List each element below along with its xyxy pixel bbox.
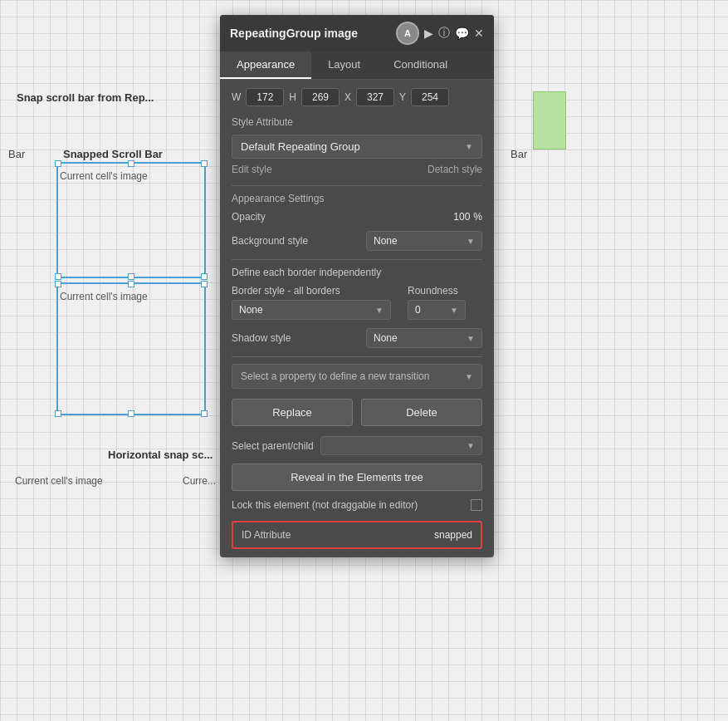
roundness-dropdown[interactable]: 0 ▼: [408, 300, 466, 320]
define-border-label: Define each border independently: [232, 267, 482, 278]
select-parent-child-row: Select parent/child ▼: [232, 436, 482, 455]
dimensions-row: W H X Y: [232, 88, 482, 106]
border-none-value: None: [239, 304, 263, 316]
id-attribute-row: ID Attribute snapped: [232, 521, 482, 549]
image-box-1-label: Current cell's image: [60, 170, 148, 182]
divider-1: [232, 185, 482, 186]
divider-2: [232, 259, 482, 260]
handle-tl[interactable]: [55, 160, 61, 167]
delete-button[interactable]: Delete: [361, 399, 482, 426]
tab-layout[interactable]: Layout: [311, 52, 377, 79]
shadow-none-value: None: [374, 332, 398, 344]
panel-body: W H X Y Style Attribute Default Repeatin…: [220, 80, 494, 557]
x-label: X: [344, 91, 351, 103]
background-style-value: None: [374, 235, 398, 247]
opacity-row: Opacity 100 %: [232, 211, 482, 223]
opacity-label: Opacity: [232, 211, 266, 223]
w-label: W: [232, 91, 241, 103]
border-chevron: ▼: [375, 306, 384, 315]
snapped-scroll-bar-label: Snapped Scroll Bar: [63, 148, 163, 160]
opacity-value: 100: [453, 211, 470, 223]
handle-tr[interactable]: [201, 160, 208, 167]
edit-style-link[interactable]: Edit style: [232, 164, 272, 175]
panel-title: RepeatingGroup image: [230, 27, 358, 40]
edit-detach-row: Edit style Detach style: [232, 164, 482, 175]
roundness-label: Roundness: [408, 285, 482, 297]
bar-left-label: Bar: [8, 148, 25, 160]
transition-placeholder: Select a property to define a new transi…: [241, 370, 429, 382]
h-input[interactable]: [301, 88, 340, 106]
style-dropdown-value: Default Repeating Group: [241, 140, 360, 153]
y-label: Y: [399, 91, 406, 103]
handle2-tm[interactable]: [128, 281, 134, 287]
y-input[interactable]: [411, 88, 449, 106]
panel-header: RepeatingGroup image A ▶ ⓘ 💬 ✕: [220, 15, 494, 52]
id-attribute-value[interactable]: snapped: [434, 529, 472, 541]
border-style-label: Border style - all borders: [232, 285, 391, 297]
lock-row: Lock this element (not draggable in edit…: [232, 499, 482, 511]
handle-tm[interactable]: [128, 160, 134, 167]
handle-bl[interactable]: [55, 273, 61, 280]
id-attribute-label: ID Attribute: [242, 529, 291, 541]
border-col: Border style - all borders None ▼: [232, 285, 391, 320]
background-style-dropdown[interactable]: None ▼: [366, 231, 482, 251]
background-style-row: Background style None ▼: [232, 231, 482, 251]
transition-chevron: ▼: [465, 372, 473, 381]
snap-scroll-label: Snap scroll bar from Rep...: [17, 91, 154, 104]
handle2-br[interactable]: [201, 410, 208, 417]
action-buttons-row: Replace Delete: [232, 399, 482, 426]
shadow-style-dropdown[interactable]: None ▼: [366, 328, 482, 348]
image-box-2: [56, 282, 206, 415]
handle2-tl[interactable]: [55, 281, 61, 287]
close-icon[interactable]: ✕: [474, 27, 484, 40]
tab-conditional[interactable]: Conditional: [377, 52, 464, 79]
roundness-col: Roundness 0 ▼: [408, 285, 482, 320]
lock-checkbox[interactable]: [471, 499, 482, 511]
select-parent-child-dropdown[interactable]: ▼: [320, 436, 482, 455]
chat-icon[interactable]: 💬: [455, 27, 469, 40]
border-style-dropdown[interactable]: None ▼: [232, 300, 391, 320]
background-style-label: Background style: [232, 235, 308, 247]
style-dropdown[interactable]: Default Repeating Group ▼: [232, 135, 482, 159]
opacity-unit: %: [473, 211, 482, 223]
tabs: Appearance Layout Conditional: [220, 52, 494, 80]
horizontal-snap-label: Horizontal snap sc...: [108, 449, 213, 461]
roundness-chevron: ▼: [450, 306, 458, 315]
current-cell-bottom2: Curre...: [183, 475, 216, 487]
detach-style-link[interactable]: Detach style: [428, 164, 482, 175]
current-cell-bottom: Current cell's image: [15, 475, 103, 487]
roundness-value: 0: [415, 304, 421, 316]
select-parent-child-chevron: ▼: [467, 441, 475, 450]
handle-br[interactable]: [201, 273, 208, 280]
panel-icons: A ▶ ⓘ 💬 ✕: [396, 22, 484, 45]
handle2-bm[interactable]: [128, 410, 134, 417]
avatar-icon[interactable]: A: [396, 22, 419, 45]
shadow-style-row: Shadow style None ▼: [232, 328, 482, 348]
properties-panel: RepeatingGroup image A ▶ ⓘ 💬 ✕ Appearanc…: [220, 15, 494, 557]
play-icon[interactable]: ▶: [424, 27, 433, 40]
lock-label: Lock this element (not draggable in edit…: [232, 499, 418, 511]
handle-bm[interactable]: [128, 273, 134, 280]
info-icon[interactable]: ⓘ: [438, 26, 450, 41]
image-box-2-label: Current cell's image: [60, 291, 148, 302]
handle2-tr[interactable]: [201, 281, 208, 287]
style-dropdown-chevron: ▼: [465, 142, 473, 151]
green-box: [533, 91, 566, 150]
h-label: H: [289, 91, 296, 103]
divider-3: [232, 356, 482, 357]
tab-appearance[interactable]: Appearance: [220, 52, 311, 79]
shadow-chevron: ▼: [467, 334, 475, 343]
background-chevron: ▼: [467, 237, 475, 246]
reveal-button[interactable]: Reveal in the Elements tree: [232, 464, 482, 491]
transition-dropdown[interactable]: Select a property to define a new transi…: [232, 364, 482, 389]
handle2-bl[interactable]: [55, 410, 61, 417]
shadow-style-label: Shadow style: [232, 332, 291, 344]
border-roundness-row: Border style - all borders None ▼ Roundn…: [232, 285, 482, 320]
appearance-settings-label: Appearance Settings: [232, 193, 482, 204]
replace-button[interactable]: Replace: [232, 399, 353, 426]
opacity-value-row: 100 %: [453, 211, 482, 223]
x-input[interactable]: [356, 88, 394, 106]
select-parent-child-label: Select parent/child: [232, 440, 314, 452]
w-input[interactable]: [246, 88, 284, 106]
style-attribute-label: Style Attribute: [232, 116, 482, 128]
